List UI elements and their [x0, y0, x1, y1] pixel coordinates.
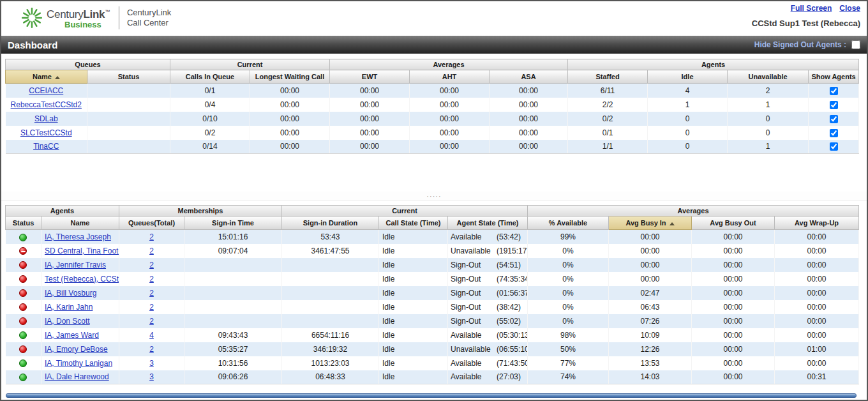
- show-agents-checkbox[interactable]: [830, 87, 838, 95]
- agent-queues-total-link[interactable]: 2: [149, 232, 154, 241]
- agents-col-pct-available[interactable]: % Available: [528, 216, 609, 230]
- queues-col-idle[interactable]: Idle: [648, 70, 728, 84]
- header-links: Full ScreenClose: [783, 4, 860, 13]
- agent-name-cell: IA, Dale Harewood: [41, 370, 119, 384]
- agent-queues-total-link[interactable]: 2: [149, 345, 154, 354]
- full-screen-link[interactable]: Full Screen: [791, 4, 832, 13]
- queues-col-calls-in-queue[interactable]: Calls In Queue: [170, 70, 250, 84]
- agent-name-link[interactable]: IA, Theresa Joseph: [45, 232, 111, 241]
- queue-asa-cell: 00:00: [490, 84, 568, 98]
- agent-name-link[interactable]: IA, Dale Harewood: [45, 372, 109, 381]
- agents-col-avg-busy-in[interactable]: Avg Busy In: [609, 216, 692, 230]
- queues-col-show-agents[interactable]: Show Agents: [809, 70, 859, 84]
- show-agents-checkbox[interactable]: [830, 115, 838, 123]
- agent-name-link[interactable]: IA, James Ward: [45, 331, 99, 340]
- agent-queues-total-link[interactable]: 2: [149, 317, 154, 326]
- agent-queues-total-link[interactable]: 2: [149, 275, 154, 284]
- agent-queues-total-link[interactable]: 2: [149, 289, 154, 298]
- queues-table-body: CCEIACC0/100:0000:0000:0000:006/1142Rebe…: [6, 84, 859, 154]
- queue-name-link[interactable]: RebeccaTestCCStd2: [11, 100, 82, 109]
- centurylink-logo-icon: [20, 6, 43, 29]
- agent-status-icon: [19, 374, 27, 381]
- agents-col-sign-in-duration[interactable]: Sign-in Duration: [282, 216, 379, 230]
- agent-state-cell: Unavailable(1915:17:02): [448, 244, 528, 258]
- agents-col-avg-busy-out[interactable]: Avg Busy Out: [692, 216, 775, 230]
- agent-name-link[interactable]: IA, Karin Jahn: [45, 303, 93, 312]
- show-agents-checkbox[interactable]: [830, 101, 838, 109]
- product-title-line1: CenturyLink: [127, 8, 171, 18]
- queue-show-agents-cell: [809, 126, 859, 140]
- queue-staffed-cell: 6/11: [568, 84, 648, 98]
- agent-state-label: Unavailable: [451, 345, 497, 354]
- queues-col-name[interactable]: Name: [6, 70, 87, 84]
- queue-name-link[interactable]: SDLab: [34, 114, 58, 123]
- agent-name-link[interactable]: IA, Jennifer Travis: [45, 261, 106, 269]
- agents-col-avg-wrap-up[interactable]: Avg Wrap-Up: [775, 216, 859, 230]
- agents-col-agent-state[interactable]: Agent State (Time): [448, 216, 528, 230]
- agent-name-link[interactable]: IA, Emory DeBose: [45, 345, 108, 354]
- brand-area: CenturyLink™ Business CenturyLink Call C…: [20, 6, 171, 29]
- agent-queues-total-link[interactable]: 3: [149, 359, 154, 368]
- agent-status-cell: [6, 286, 41, 300]
- horizontal-scrollbar[interactable]: [6, 393, 857, 398]
- agent-queues-total-cell: 2: [119, 258, 184, 272]
- agent-state-label: Available: [451, 359, 497, 368]
- agent-name-link[interactable]: IA, Timothy Lanigan: [45, 359, 112, 368]
- queue-name-link[interactable]: CCEIACC: [29, 86, 63, 95]
- agent-avg-wrap-up-cell: 00:00: [775, 230, 859, 244]
- close-link[interactable]: Close: [839, 4, 860, 13]
- agent-name-link[interactable]: Test (Rebecca), CCStd U: [45, 275, 119, 284]
- splitter-drag-handle-icon[interactable]: [426, 194, 441, 198]
- agent-queues-total-link[interactable]: 2: [149, 261, 154, 269]
- show-agents-checkbox[interactable]: [830, 142, 838, 151]
- agent-name-link[interactable]: SD Central, Tina Foote Pl: [45, 246, 119, 255]
- dashboard-title-bar: Dashboard Hide Signed Out Agents :: [1, 36, 867, 54]
- hide-signed-out-checkbox[interactable]: [851, 40, 860, 49]
- queue-asa-cell: 00:00: [490, 98, 568, 112]
- agents-col-call-state[interactable]: Call State (Time): [379, 216, 448, 230]
- agent-name-cell: IA, Jennifer Travis: [41, 258, 119, 272]
- sort-ascending-icon: [55, 76, 60, 79]
- queues-col-unavailable[interactable]: Unavailable: [728, 70, 809, 84]
- show-agents-checkbox[interactable]: [830, 129, 838, 137]
- queues-col-staffed[interactable]: Staffed: [568, 70, 648, 84]
- queue-unavailable-cell: 0: [728, 126, 809, 140]
- agent-sign-in-time-cell: [184, 300, 282, 314]
- agent-queues-total-link[interactable]: 3: [149, 372, 154, 381]
- agent-sign-in-time-cell: [184, 286, 282, 300]
- agent-state-time: (71:43:50): [497, 359, 528, 368]
- agents-col-queues-total[interactable]: Queues(Total): [119, 216, 184, 230]
- agent-sign-in-duration-cell: 3461:47:55: [282, 244, 379, 258]
- agent-state-label: Available: [451, 372, 497, 381]
- agents-col-sign-in-time[interactable]: Sign-in Time: [184, 216, 282, 230]
- agent-pct-available-cell: 0%: [528, 244, 609, 258]
- queue-ewt-cell: 00:00: [330, 84, 410, 98]
- agent-avg-busy-in-cell: 00:00: [609, 230, 692, 244]
- agent-queues-total-link[interactable]: 2: [149, 303, 154, 312]
- agent-row: IA, Jennifer Travis2IdleSign-Out(54:51)0…: [6, 258, 859, 272]
- agent-queues-total-link[interactable]: 4: [149, 331, 154, 340]
- agent-queues-total-link[interactable]: 2: [149, 246, 154, 255]
- agent-state-cell: Available(05:30:13): [448, 328, 528, 342]
- agent-state-cell: Available(27:03): [448, 370, 528, 384]
- queue-asa-cell: 00:00: [490, 140, 568, 154]
- queue-name-link[interactable]: SLCTestCCStd: [20, 128, 72, 137]
- queues-col-status[interactable]: Status: [87, 70, 170, 84]
- agent-avg-wrap-up-cell: 00:00: [775, 300, 859, 314]
- agent-avg-busy-out-cell: 00:00: [692, 356, 775, 370]
- queues-col-longest-waiting-call[interactable]: Longest Waiting Call: [250, 70, 330, 84]
- agent-name-link[interactable]: IA, Don Scott: [45, 317, 90, 326]
- agents-col-name[interactable]: Name: [41, 216, 119, 230]
- panel-splitter[interactable]: [1, 192, 867, 200]
- queues-col-asa[interactable]: ASA: [490, 70, 568, 84]
- queues-col-ewt[interactable]: EWT: [330, 70, 410, 84]
- queues-col-aht[interactable]: AHT: [410, 70, 490, 84]
- queue-aht-cell: 00:00: [410, 112, 490, 126]
- agent-sign-in-duration-cell: [282, 286, 379, 300]
- queue-name-link[interactable]: TinaCC: [33, 142, 59, 151]
- agent-avg-wrap-up-cell: 00:00: [775, 356, 859, 370]
- queue-calls-in-queue-cell: 0/2: [170, 126, 250, 140]
- agent-name-link[interactable]: IA, Bill Vosburg: [45, 289, 96, 298]
- queue-staffed-cell: 0/1: [568, 126, 648, 140]
- agents-col-status[interactable]: Status: [6, 216, 41, 230]
